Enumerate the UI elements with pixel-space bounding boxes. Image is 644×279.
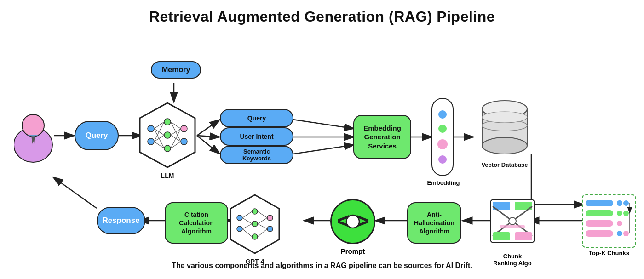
svg-line-4 [197, 136, 220, 137]
vector-db-node: Vector Database [477, 94, 532, 168]
svg-point-68 [509, 217, 516, 225]
svg-point-49 [623, 200, 629, 206]
svg-point-24 [148, 138, 154, 145]
svg-line-3 [197, 120, 220, 136]
svg-line-8 [293, 145, 354, 154]
topk-box [582, 194, 636, 248]
chunk-ranking-node [490, 199, 535, 243]
response-node: Response [97, 207, 145, 234]
svg-point-76 [252, 221, 258, 227]
svg-point-50 [617, 200, 622, 206]
main-title: Retrieval Augmented Generation (RAG) Pip… [0, 0, 644, 25]
svg-point-75 [252, 209, 258, 214]
svg-point-25 [164, 119, 171, 125]
svg-rect-51 [586, 210, 613, 216]
svg-point-27 [164, 145, 171, 152]
svg-point-71 [346, 215, 359, 228]
arrows-overlay [0, 30, 644, 273]
anti-hallucination-node: Anti- Hallucination Algorithm [407, 202, 461, 244]
svg-point-28 [181, 125, 187, 132]
embedding-label: Embedding [425, 179, 462, 186]
user-intent-box: User Intent [220, 127, 293, 146]
svg-line-17 [53, 177, 97, 208]
citation-node: Citation Calculation Algorithm [165, 202, 228, 244]
query-box: Query [220, 109, 293, 127]
query-node: Query [75, 121, 119, 150]
emb-dot-2 [438, 125, 447, 133]
svg-point-46 [482, 112, 527, 123]
svg-rect-67 [515, 232, 532, 240]
embedding-services-node: Embedding Generation Services [353, 115, 411, 159]
memory-node: Memory [151, 61, 201, 79]
user-person [14, 108, 53, 163]
svg-point-73 [237, 215, 242, 221]
svg-point-57 [617, 231, 622, 236]
prompt-label: Prompt [328, 247, 377, 255]
svg-point-44 [482, 137, 527, 154]
emb-dot-3 [437, 139, 448, 149]
svg-point-77 [252, 234, 258, 239]
svg-rect-47 [586, 200, 613, 206]
gpt4-hex: GPT-4 [228, 193, 282, 265]
semantic-keywords-box: Semantic Keywords [220, 146, 293, 164]
svg-point-26 [164, 132, 171, 138]
svg-point-55 [617, 221, 622, 226]
svg-point-74 [237, 226, 242, 232]
emb-dot-1 [438, 110, 447, 119]
prompt-node: < > [330, 199, 375, 244]
svg-point-79 [267, 226, 273, 232]
svg-line-6 [293, 120, 354, 129]
llm-hex: LLM [137, 101, 198, 179]
embedding-bar [431, 98, 454, 176]
svg-rect-69 [500, 225, 525, 228]
svg-point-53 [623, 211, 629, 216]
svg-point-29 [181, 138, 187, 145]
svg-point-78 [267, 215, 273, 221]
caption: The various components and algorithms in… [0, 262, 644, 270]
svg-point-58 [623, 231, 629, 236]
svg-line-5 [197, 136, 220, 154]
svg-rect-66 [493, 232, 510, 240]
svg-point-20 [22, 114, 44, 137]
svg-rect-56 [586, 230, 613, 237]
topk-label: Top-K Chunks [581, 250, 638, 256]
emb-dot-4 [438, 155, 447, 164]
svg-point-52 [617, 211, 622, 216]
svg-rect-54 [586, 220, 613, 227]
svg-point-23 [148, 125, 154, 132]
